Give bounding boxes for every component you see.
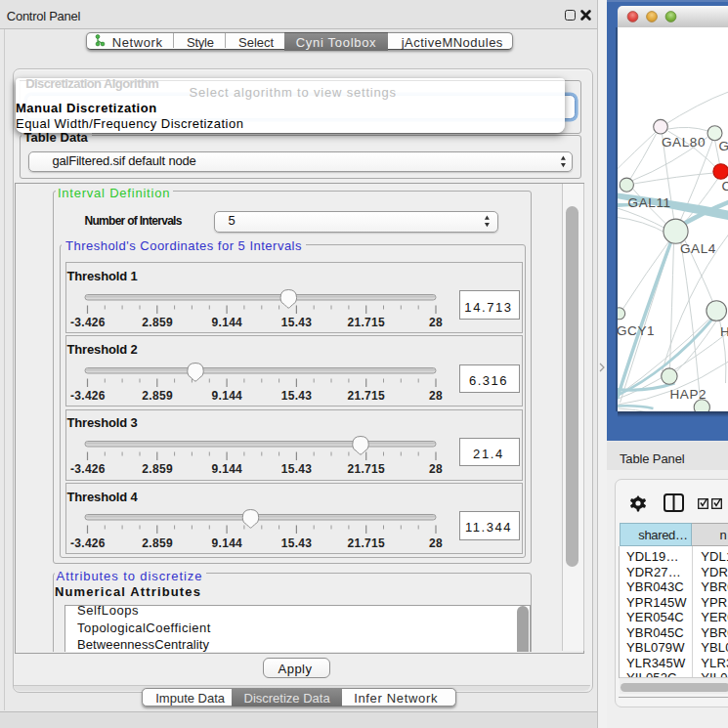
- svg-text:GAL4: GAL4: [680, 241, 716, 256]
- svg-text:C: C: [721, 179, 728, 193]
- svg-text:GAL11: GAL11: [627, 195, 670, 210]
- svg-text:HAP2: HAP2: [669, 387, 707, 402]
- svg-text:GCY1: GCY1: [618, 323, 655, 338]
- svg-text:G.: G.: [718, 139, 728, 153]
- svg-text:GAL80: GAL80: [662, 135, 706, 150]
- svg-text:H: H: [720, 324, 728, 339]
